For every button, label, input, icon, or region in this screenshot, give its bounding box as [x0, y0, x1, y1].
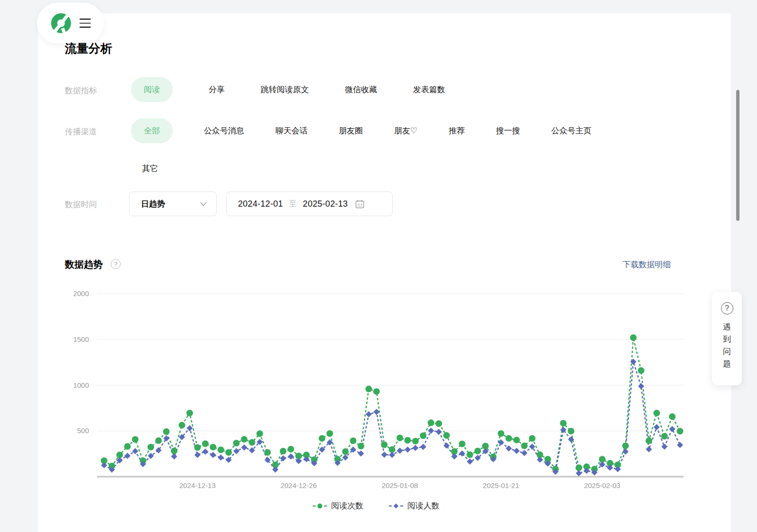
metric-option-share[interactable]: 分享 [209, 77, 225, 102]
help-widget-text: 遇 [723, 321, 731, 333]
help-widget-text: 到 [723, 333, 731, 346]
date-separator: 至 [289, 199, 297, 209]
section-help-icon[interactable]: ? [111, 259, 121, 269]
channel-option-all[interactable]: 全部 [131, 118, 173, 143]
metric-option-published-count[interactable]: 发表篇数 [413, 77, 445, 102]
channel-option-other[interactable]: 其它 [142, 156, 158, 181]
calendar-icon [355, 200, 364, 209]
granularity-select[interactable]: 日趋势 [129, 192, 217, 216]
date-end: 2025-02-13 [303, 199, 348, 209]
trend-chart: 5001000150020002024-12-132024-12-262025-… [62, 281, 691, 494]
date-start: 2024-12-01 [238, 199, 283, 209]
download-data-link[interactable]: 下载数据明细 [623, 259, 671, 270]
channel-option-account-home[interactable]: 公众号主页 [551, 118, 591, 143]
channel-option-account-message[interactable]: 公众号消息 [204, 118, 244, 143]
legend-item-read-count[interactable]: 阅读次数 [313, 500, 363, 511]
channel-option-friends-like[interactable]: 朋友♡ [394, 118, 417, 143]
metric-options: 阅读 分享 跳转阅读原文 微信收藏 发表篇数 [131, 77, 445, 102]
chevron-down-icon [200, 202, 207, 206]
svg-text:2025-02-03: 2025-02-03 [584, 481, 620, 489]
granularity-value: 日趋势 [141, 199, 165, 209]
legend-diamond-marker-icon [389, 502, 403, 510]
app-header-pill [37, 3, 104, 44]
legend-label: 阅读人数 [407, 500, 440, 511]
svg-text:500: 500 [77, 427, 89, 435]
svg-text:2024-12-13: 2024-12-13 [179, 481, 216, 489]
channel-options: 全部 公众号消息 聊天会话 朋友圈 朋友♡ 推荐 搜一搜 公众号主页 [131, 118, 591, 143]
metric-option-wechat-favorite[interactable]: 微信收藏 [345, 77, 377, 102]
page-title: 流量分析 [65, 41, 112, 56]
app-logo-icon[interactable] [50, 12, 72, 34]
help-widget[interactable]: ? 遇 到 问 题 [712, 292, 742, 385]
vertical-scrollbar-thumb[interactable] [736, 90, 739, 221]
time-row-label: 数据时间 [65, 199, 97, 210]
trend-chart-svg: 5001000150020002024-12-132024-12-262025-… [62, 281, 691, 494]
svg-text:2025-01-08: 2025-01-08 [382, 481, 418, 489]
metric-option-read[interactable]: 阅读 [131, 77, 173, 102]
metric-row-label: 数据指标 [65, 85, 97, 96]
channel-option-chat[interactable]: 聊天会话 [275, 118, 308, 143]
section-title: 数据趋势 [65, 258, 103, 271]
svg-text:1000: 1000 [73, 381, 89, 389]
help-widget-text: 问 [723, 346, 731, 358]
channel-option-recommend[interactable]: 推荐 [449, 118, 465, 143]
legend-circle-marker-icon [313, 502, 327, 510]
svg-text:1500: 1500 [73, 335, 89, 343]
help-question-icon: ? [721, 302, 733, 314]
svg-text:2024-12-26: 2024-12-26 [281, 481, 317, 489]
legend-label: 阅读次数 [331, 500, 363, 511]
svg-text:2000: 2000 [73, 289, 89, 297]
channel-option-moments[interactable]: 朋友圈 [339, 118, 363, 143]
channel-option-search[interactable]: 搜一搜 [496, 118, 520, 143]
help-widget-text: 题 [723, 358, 731, 370]
date-range-picker[interactable]: 2024-12-01 至 2025-02-13 [226, 192, 393, 216]
metric-option-jump-original[interactable]: 跳转阅读原文 [261, 77, 309, 102]
channel-row-label: 传播渠道 [65, 126, 97, 137]
legend-item-reader-count[interactable]: 阅读人数 [389, 500, 440, 511]
menu-hamburger-icon[interactable] [79, 18, 91, 28]
chart-legend: 阅读次数 阅读人数 [62, 500, 691, 511]
svg-text:2025-01-21: 2025-01-21 [483, 481, 519, 489]
